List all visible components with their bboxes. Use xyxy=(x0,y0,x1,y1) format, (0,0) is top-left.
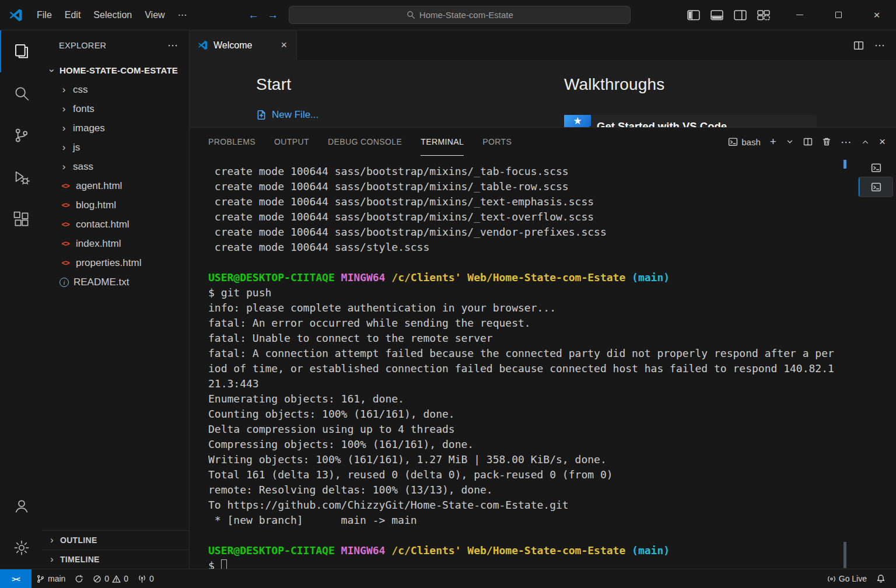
tree-item-agent-html[interactable]: <>agent.html xyxy=(42,176,189,195)
activity-run-debug-button[interactable] xyxy=(0,156,42,198)
terminal-cursor xyxy=(221,559,227,569)
explorer-more-actions-button[interactable]: ⋯ xyxy=(167,39,178,52)
close-panel-icon[interactable]: × xyxy=(879,135,886,148)
tab-label: Welcome xyxy=(214,40,252,51)
kill-terminal-trash-icon[interactable] xyxy=(822,137,831,146)
terminal-line: create mode 100644 sass/bootstrap/mixins… xyxy=(208,209,844,225)
activity-extensions-button[interactable] xyxy=(0,198,42,240)
chevron-right-icon: › xyxy=(48,535,56,545)
activity-explorer-button[interactable] xyxy=(0,30,42,72)
problems-indicator[interactable]: 0 0 xyxy=(88,569,133,588)
tree-item-index-html[interactable]: <>index.html xyxy=(42,234,189,253)
terminal-line: fatal: A connection attempt failed becau… xyxy=(208,346,844,361)
close-button[interactable]: × xyxy=(858,0,896,30)
layout-controls xyxy=(685,6,772,24)
toggle-secondary-sidebar-icon[interactable] xyxy=(732,6,749,24)
menu-selection[interactable]: Selection xyxy=(87,7,138,23)
terminal-scrollbar[interactable] xyxy=(844,156,846,569)
activity-bar-spacer xyxy=(0,240,42,485)
sync-icon xyxy=(75,575,83,583)
menu-bar: FileEditSelectionView xyxy=(30,7,172,23)
launch-profile-bash-button[interactable]: bash xyxy=(728,137,761,147)
command-center-search[interactable]: Home-State-com-Estate xyxy=(289,6,631,24)
terminal-line xyxy=(208,528,844,543)
status-bar-left: >< main 0 0 0 xyxy=(0,569,159,588)
walkthrough-card-get-started[interactable]: ★ Get Started with VS Code xyxy=(564,115,817,127)
panel-tab-terminal[interactable]: TERMINAL xyxy=(421,128,464,156)
panel-header-spacer xyxy=(512,128,728,156)
html-file-icon: <> xyxy=(60,239,71,248)
terminal-icon xyxy=(871,163,881,173)
chevron-right-icon: › xyxy=(60,84,68,96)
menu-overflow-button[interactable]: ⋯ xyxy=(172,6,194,23)
sidebar-title: EXPLORER xyxy=(59,41,106,50)
tree-item-js[interactable]: ›js xyxy=(42,138,189,157)
section-outline[interactable]: ›OUTLINE xyxy=(42,530,189,550)
tab-close-icon[interactable]: × xyxy=(279,39,289,51)
back-button[interactable]: ← xyxy=(248,9,259,22)
new-file-label: New File... xyxy=(272,109,318,121)
tree-root-folder[interactable]: › HOME-STATE-COM-ESTATE xyxy=(42,61,189,80)
go-live-button[interactable]: Go Live xyxy=(822,569,872,588)
menu-view[interactable]: View xyxy=(138,7,171,23)
new-file-link[interactable]: New File... xyxy=(256,109,318,121)
terminal-instance-1[interactable] xyxy=(859,158,892,177)
panel-actions: bash + ⋯ xyxy=(728,128,886,156)
split-terminal-icon[interactable] xyxy=(803,137,813,146)
chevron-right-icon: › xyxy=(60,142,68,153)
tree-item-css[interactable]: ›css xyxy=(42,80,189,99)
notifications-bell-button[interactable] xyxy=(872,569,890,588)
terminal-profile-dropdown-icon[interactable] xyxy=(786,138,794,146)
tree-item-fonts[interactable]: ›fonts xyxy=(42,99,189,118)
chevron-right-icon: › xyxy=(60,103,68,115)
panel-tab-debug-console[interactable]: DEBUG CONSOLE xyxy=(328,128,402,156)
panel-tab-ports[interactable]: PORTS xyxy=(482,128,512,156)
html-file-icon: <> xyxy=(60,201,71,209)
settings-button[interactable] xyxy=(0,527,42,569)
sync-changes-button[interactable] xyxy=(70,569,88,588)
gear-icon xyxy=(13,539,30,556)
terminal-view[interactable]: create mode 100644 sass/bootstrap/mixins… xyxy=(190,156,896,569)
menu-file[interactable]: File xyxy=(30,7,58,23)
tree-item-label: css xyxy=(73,84,88,96)
tree-item-blog-html[interactable]: <>blog.html xyxy=(42,195,189,215)
panel-tab-problems[interactable]: PROBLEMS xyxy=(208,128,256,156)
toggle-sidebar-icon[interactable] xyxy=(685,6,702,24)
split-editor-icon[interactable] xyxy=(853,40,864,51)
remote-indicator[interactable]: >< xyxy=(0,569,32,588)
maximize-panel-chevron-up-icon[interactable] xyxy=(861,138,870,146)
tree-item-sass[interactable]: ›sass xyxy=(42,157,189,176)
maximize-button[interactable] xyxy=(819,0,858,30)
branch-indicator[interactable]: main xyxy=(32,569,70,588)
activity-source-control-button[interactable] xyxy=(0,114,42,156)
ports-indicator[interactable]: 0 xyxy=(133,569,159,588)
radio-tower-icon xyxy=(138,575,146,583)
forward-button[interactable]: → xyxy=(267,9,278,22)
section-timeline[interactable]: ›TIMELINE xyxy=(42,550,189,569)
terminal-icon xyxy=(728,137,738,147)
terminal-instance-list xyxy=(859,158,892,197)
chevron-down-icon: › xyxy=(46,66,58,75)
new-terminal-button[interactable]: + xyxy=(770,135,776,148)
panel-tab-output[interactable]: OUTPUT xyxy=(274,128,309,156)
activity-search-button[interactable] xyxy=(0,72,42,114)
terminal-instance-2[interactable] xyxy=(859,177,892,197)
editor-and-panel: Welcome × ⋯ Start N xyxy=(190,30,896,569)
tree-item-contact-html[interactable]: <>contact.html xyxy=(42,215,189,234)
panel-more-actions-button[interactable]: ⋯ xyxy=(841,135,852,149)
minimize-icon xyxy=(796,15,803,15)
editor-more-actions-button[interactable]: ⋯ xyxy=(874,39,886,52)
scrollbar-slider[interactable] xyxy=(844,542,846,568)
tab-welcome[interactable]: Welcome × xyxy=(190,30,297,60)
toggle-panel-icon[interactable] xyxy=(708,6,726,24)
search-icon xyxy=(13,85,30,102)
minimize-button[interactable] xyxy=(780,0,819,30)
error-count: 0 xyxy=(104,574,109,583)
tree-item-images[interactable]: ›images xyxy=(42,118,189,138)
customize-layout-icon[interactable] xyxy=(755,6,772,24)
tree-item-readme-txt[interactable]: iREADME.txt xyxy=(42,272,189,292)
tree-item-properties-html[interactable]: <>properties.html xyxy=(42,253,189,272)
editor-area: Welcome × ⋯ Start N xyxy=(190,30,896,127)
account-button[interactable] xyxy=(0,485,42,527)
menu-edit[interactable]: Edit xyxy=(58,7,88,23)
